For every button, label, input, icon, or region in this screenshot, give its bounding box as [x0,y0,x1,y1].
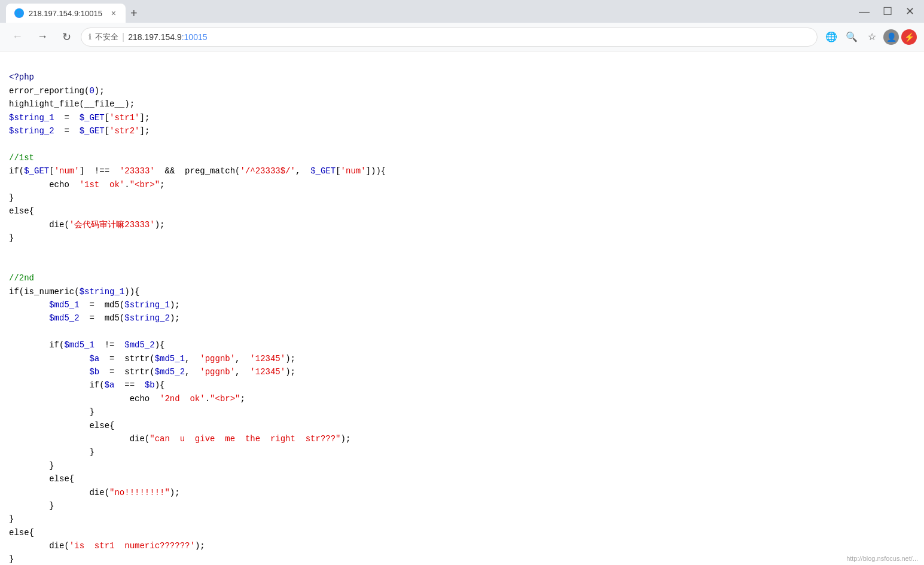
address-host: 218.197.154.9 [128,32,182,42]
bookmark-button[interactable]: ☆ [863,28,881,46]
navigation-bar: ← → ↻ ℹ 不安全 | 218.197.154.9:10015 🌐 🔍 ☆ … [0,23,924,51]
extensions-button[interactable]: ⚡ [901,29,917,45]
profile-button[interactable]: 👤 [883,29,899,45]
tab-close-button[interactable]: × [110,7,117,19]
toolbar-icons: 🌐 🔍 ☆ 👤 ⚡ [822,28,917,46]
forward-button[interactable]: → [32,28,53,45]
browser-tab[interactable]: 🌐 218.197.154.9:10015 × [6,4,126,23]
address-text[interactable]: 218.197.154.9:10015 [128,32,810,42]
minimize-button[interactable]: — [855,4,873,19]
address-port: :10015 [182,32,208,42]
back-button[interactable]: ← [7,28,28,45]
security-label: 不安全 [95,32,118,42]
new-tab-button[interactable]: + [126,4,142,23]
address-separator: | [122,32,124,42]
tab-area: 🌐 218.197.154.9:10015 × + [6,0,850,23]
content-area: <?php error_reporting(0); highlight_file… [0,51,924,565]
search-button[interactable]: 🔍 [843,28,861,46]
tab-favicon: 🌐 [14,8,24,18]
code-display: <?php error_reporting(0); highlight_file… [9,57,915,565]
refresh-button[interactable]: ↻ [57,28,76,46]
title-bar: 🌐 218.197.154.9:10015 × + — ☐ ✕ [0,0,924,23]
close-button[interactable]: ✕ [902,4,918,19]
tab-title: 218.197.154.9:10015 [29,9,105,18]
address-bar[interactable]: ℹ 不安全 | 218.197.154.9:10015 [81,28,818,47]
security-icon: ℹ [89,32,92,41]
maximize-button[interactable]: ☐ [879,4,896,19]
watermark: http://blog.nsfocus.net/... [846,555,918,562]
browser-window: 🌐 218.197.154.9:10015 × + — ☐ ✕ ← → ↻ ℹ … [0,0,924,565]
translate-button[interactable]: 🌐 [822,28,840,46]
window-controls: — ☐ ✕ [855,4,918,19]
